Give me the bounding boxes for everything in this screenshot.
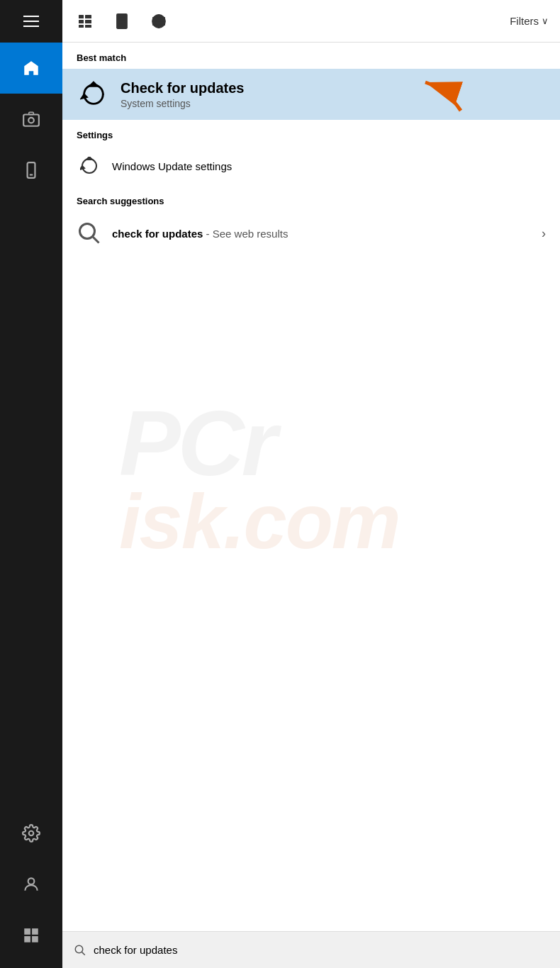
suggestions-header: Search suggestions	[62, 186, 560, 212]
svg-rect-14	[85, 15, 91, 18]
main-content: Filters ∨ PCr isk.com Best match	[62, 0, 560, 968]
best-match-item[interactable]: Check for updates System settings	[62, 69, 560, 120]
svg-point-6	[28, 878, 35, 884]
best-match-text: Check for updates System settings	[121, 80, 244, 109]
filters-label: Filters	[510, 15, 539, 27]
best-match-title: Check for updates	[121, 80, 244, 96]
home-icon	[22, 59, 40, 77]
svg-rect-0	[23, 115, 39, 126]
sidebar-bottom	[0, 808, 62, 968]
svg-rect-13	[79, 25, 84, 28]
search-bar-icon	[74, 944, 86, 957]
svg-point-33	[75, 945, 83, 953]
suggestion-chevron-icon: ›	[542, 226, 546, 241]
grid-view-icon	[77, 13, 94, 30]
windows-update-icon	[77, 153, 102, 179]
svg-line-34	[82, 952, 85, 955]
svg-marker-30	[80, 166, 84, 169]
sidebar-item-home[interactable]	[0, 43, 62, 94]
svg-rect-7	[24, 928, 30, 935]
windows-icon	[22, 926, 40, 945]
search-suggestion-icon	[77, 221, 102, 246]
sync-settings-icon	[80, 157, 99, 175]
arrow-annotation	[411, 68, 468, 121]
best-match-header: Best match	[62, 43, 560, 69]
document-icon	[113, 13, 130, 30]
search-bar-search-icon	[74, 944, 86, 957]
sidebar-item-settings[interactable]	[0, 808, 62, 859]
phone-icon	[22, 161, 40, 179]
settings-icon	[22, 824, 40, 842]
svg-rect-12	[79, 20, 84, 23]
svg-rect-16	[85, 25, 91, 28]
svg-rect-1	[29, 112, 34, 114]
svg-marker-27	[82, 94, 87, 99]
filters-button[interactable]: Filters ∨	[510, 15, 549, 27]
sidebar-item-user[interactable]	[0, 859, 62, 910]
check-for-updates-icon	[77, 77, 111, 111]
suggestion-web-text: - See web results	[203, 228, 288, 240]
svg-marker-29	[86, 157, 92, 160]
sidebar-item-camera[interactable]	[0, 94, 62, 145]
search-bar	[62, 931, 560, 968]
settings-header: Settings	[62, 120, 560, 146]
suggestion-item[interactable]: check for updates - See web results ›	[62, 212, 560, 255]
results-panel: Best match Check for updates Sy	[62, 43, 560, 931]
svg-point-31	[80, 224, 95, 239]
svg-point-5	[29, 831, 34, 836]
toolbar: Filters ∨	[62, 0, 560, 43]
best-match-subtitle: System settings	[121, 98, 244, 109]
svg-rect-9	[24, 936, 30, 942]
globe-button[interactable]	[147, 10, 170, 33]
svg-rect-17	[117, 14, 127, 28]
hamburger-menu[interactable]	[0, 0, 62, 43]
chevron-down-icon: ∨	[542, 16, 549, 26]
hamburger-icon	[23, 16, 39, 27]
sidebar	[0, 0, 62, 968]
sidebar-item-windows[interactable]	[0, 910, 62, 961]
windows-update-settings-item[interactable]: Windows Update settings	[62, 146, 560, 186]
camera-icon	[22, 110, 40, 128]
search-icon	[77, 221, 102, 246]
svg-rect-11	[79, 15, 84, 18]
globe-icon	[150, 13, 167, 30]
svg-line-32	[93, 237, 99, 243]
user-icon	[22, 875, 40, 894]
search-input[interactable]	[94, 944, 549, 956]
windows-update-settings-label: Windows Update settings	[112, 160, 232, 172]
sidebar-nav	[0, 43, 62, 808]
svg-rect-10	[32, 936, 38, 942]
svg-rect-8	[32, 928, 38, 935]
sync-icon	[80, 81, 107, 108]
svg-point-2	[28, 118, 34, 123]
document-button[interactable]	[111, 10, 133, 33]
svg-marker-26	[89, 82, 97, 87]
sidebar-item-phone[interactable]	[0, 145, 62, 196]
suggestion-text: check for updates - See web results	[112, 228, 542, 240]
grid-view-button[interactable]	[74, 10, 96, 33]
svg-rect-15	[85, 20, 91, 23]
suggestion-bold-text: check for updates	[112, 228, 203, 240]
